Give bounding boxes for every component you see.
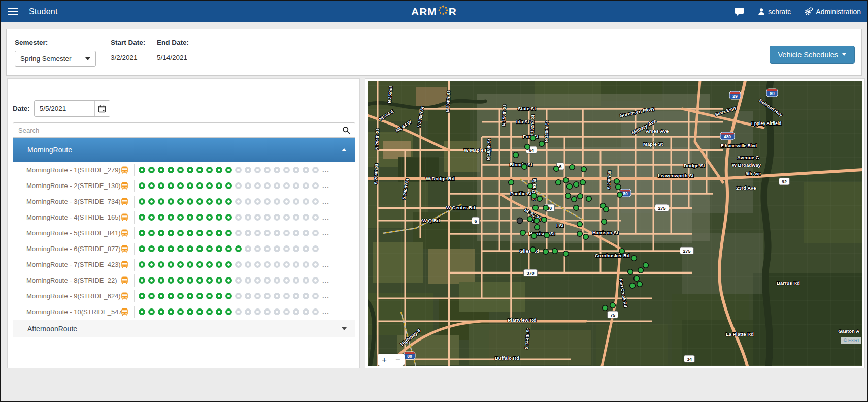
map-canvas[interactable]: State StIda StFort StW Maple RdMaple StB… — [368, 81, 862, 366]
map-marker[interactable] — [525, 144, 530, 150]
user-menu[interactable]: schratc — [757, 8, 791, 16]
map-marker[interactable] — [614, 179, 620, 184]
trip-dot-pending — [293, 293, 299, 299]
semester-select[interactable]: Spring Semester — [15, 51, 96, 67]
map-marker[interactable] — [577, 222, 583, 227]
map-marker[interactable] — [616, 184, 621, 190]
map-marker[interactable] — [522, 164, 527, 170]
map-marker[interactable] — [530, 247, 536, 253]
map-marker[interactable] — [577, 231, 583, 237]
accordion-header-afternoonroute[interactable]: AfternoonRoute — [13, 320, 355, 337]
administration-link[interactable]: Administration — [804, 7, 861, 16]
vehicle-schedules-button[interactable]: Vehicle Schedules — [770, 46, 855, 64]
trip-dot-complete — [225, 182, 232, 189]
map-marker[interactable] — [580, 180, 586, 185]
menu-icon[interactable] — [8, 6, 18, 17]
vehicle-schedules-label: Vehicle Schedules — [778, 51, 839, 59]
map-marker[interactable] — [563, 178, 569, 183]
map-marker[interactable] — [556, 180, 561, 185]
map-marker[interactable] — [638, 268, 644, 273]
street-label: Blondo St — [510, 162, 533, 167]
page-title: Student — [29, 7, 58, 16]
map-marker[interactable] — [531, 233, 537, 239]
map-marker[interactable] — [567, 184, 573, 190]
street-label: N 132nd St — [529, 115, 536, 137]
trip-dot-complete — [177, 198, 184, 205]
trip-dot-complete — [168, 308, 174, 315]
map-marker[interactable] — [543, 205, 549, 211]
map-marker[interactable] — [574, 182, 579, 188]
date-picker-button[interactable] — [94, 101, 110, 116]
map-marker[interactable] — [619, 249, 625, 254]
route-row[interactable]: MorningRoute - 10(STRIDE_547)... — [13, 304, 355, 320]
map-marker[interactable] — [630, 283, 636, 289]
map-marker[interactable] — [604, 207, 609, 212]
route-label: MorningRoute - 2(STRIDE_130) — [13, 182, 120, 190]
map-marker[interactable] — [530, 136, 536, 141]
map-marker[interactable] — [552, 249, 558, 254]
map-marker[interactable] — [554, 166, 559, 172]
zoom-in-button[interactable]: + — [378, 354, 391, 366]
map-marker[interactable] — [533, 205, 539, 211]
accordion-header-morningroute[interactable]: MorningRoute — [13, 138, 355, 162]
map-marker[interactable] — [534, 218, 540, 224]
map-marker[interactable] — [543, 249, 549, 255]
trip-dot-pending — [235, 293, 242, 299]
map-marker[interactable] — [628, 269, 633, 275]
map-marker[interactable] — [542, 217, 547, 223]
bus-icon — [121, 261, 128, 268]
route-search — [13, 122, 355, 138]
map-marker[interactable] — [535, 225, 540, 230]
trip-dot-complete — [148, 308, 155, 315]
zoom-out-button[interactable]: − — [391, 354, 405, 366]
map-marker[interactable] — [509, 180, 514, 185]
map-marker[interactable] — [617, 192, 623, 198]
map-marker[interactable] — [643, 263, 649, 268]
map-marker-selected[interactable] — [517, 218, 522, 223]
search-icon[interactable] — [342, 126, 350, 134]
map-marker[interactable] — [531, 193, 537, 199]
trip-dot-pending — [235, 167, 242, 173]
trip-dot-pending — [293, 214, 299, 221]
route-row[interactable]: MorningRoute - 1(STRIDE_279)... — [13, 162, 355, 178]
route-row[interactable]: MorningRoute - 9(STRIDE_624)... — [13, 288, 355, 304]
map-marker[interactable] — [634, 276, 640, 282]
map-marker[interactable] — [581, 167, 587, 172]
route-row[interactable]: MorningRoute - 3(STRIDE_734)... — [13, 194, 355, 209]
route-label: MorningRoute - 6(STRIDE_877) — [13, 245, 120, 253]
map-marker[interactable] — [578, 194, 583, 199]
map-marker[interactable] — [637, 282, 643, 287]
route-row[interactable]: MorningRoute - 8(STRIDE_22)... — [13, 272, 355, 288]
map-marker[interactable] — [572, 197, 577, 202]
map-marker[interactable] — [574, 205, 579, 211]
map-marker[interactable] — [602, 219, 607, 225]
map-marker[interactable] — [570, 165, 575, 170]
chat-button[interactable] — [735, 7, 744, 16]
map-marker[interactable] — [610, 303, 616, 308]
route-row[interactable]: MorningRoute - 6(STRIDE_877) — [13, 241, 355, 257]
trip-dot-complete — [225, 230, 232, 236]
map-marker[interactable] — [563, 251, 569, 257]
trip-dot-complete — [206, 293, 213, 299]
route-row[interactable]: MorningRoute - 2(STRIDE_130)... — [13, 178, 355, 194]
route-label: MorningRoute - 10(STRIDE_547) — [13, 308, 120, 316]
map-marker[interactable] — [528, 183, 533, 189]
map-marker[interactable] — [603, 305, 608, 311]
map-marker[interactable] — [544, 233, 550, 238]
route-row[interactable]: MorningRoute - 4(STRIDE_165)... — [13, 209, 355, 225]
date-input[interactable] — [35, 101, 94, 116]
map-marker[interactable] — [565, 193, 571, 199]
route-row[interactable]: MorningRoute - 5(STRIDE_841)... — [13, 225, 355, 241]
map-marker[interactable] — [513, 152, 519, 158]
map-marker[interactable] — [520, 230, 526, 236]
trip-dot-pending — [274, 261, 280, 268]
map-marker[interactable] — [539, 141, 545, 147]
map-marker[interactable] — [527, 217, 533, 222]
route-row[interactable]: MorningRoute - 7(STRIDE_423)... — [13, 257, 355, 272]
map-marker[interactable] — [631, 256, 637, 261]
map-marker[interactable] — [583, 234, 589, 240]
search-input[interactable] — [13, 127, 342, 134]
map-marker[interactable] — [586, 196, 592, 202]
bus-icon — [121, 182, 128, 190]
map-marker[interactable] — [537, 196, 543, 202]
